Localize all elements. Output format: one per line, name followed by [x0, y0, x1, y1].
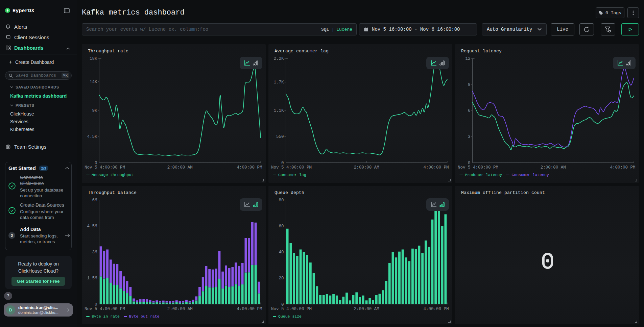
svg-text:Nov 5 4:00:00 PM: Nov 5 4:00:00 PM — [85, 307, 125, 311]
svg-text:3: 3 — [468, 134, 471, 139]
svg-text:0: 0 — [468, 161, 471, 166]
svg-text:1.1K: 1.1K — [273, 108, 284, 113]
svg-text:Nov 5 4:00:00 PM: Nov 5 4:00:00 PM — [271, 307, 312, 311]
svg-text:1.7K: 1.7K — [273, 80, 284, 85]
svg-text:2:00:00 AM: 2:00:00 AM — [354, 165, 379, 170]
svg-text:0: 0 — [95, 302, 97, 307]
svg-text:9K: 9K — [92, 108, 97, 113]
svg-text:9: 9 — [468, 82, 471, 87]
svg-text:6M: 6M — [92, 198, 97, 203]
svg-text:Nov 5 4:00:00 PM: Nov 5 4:00:00 PM — [271, 165, 312, 170]
svg-text:3M: 3M — [92, 250, 97, 255]
svg-text:4:00:00 PM: 4:00:00 PM — [237, 307, 262, 311]
svg-text:14K: 14K — [90, 80, 97, 84]
svg-text:4:00:00 PM: 4:00:00 PM — [237, 165, 262, 170]
svg-text:60: 60 — [279, 224, 284, 229]
svg-text:1.5M: 1.5M — [87, 276, 97, 281]
svg-text:4:00:00 PM: 4:00:00 PM — [610, 165, 635, 170]
svg-text:80: 80 — [279, 198, 284, 203]
svg-text:Nov 5 4:00:00 PM: Nov 5 4:00:00 PM — [458, 165, 498, 170]
svg-text:550: 550 — [276, 134, 284, 139]
svg-text:2:00:00 AM: 2:00:00 AM — [167, 307, 193, 311]
svg-text:18K: 18K — [90, 56, 97, 61]
svg-text:2:00:00 AM: 2:00:00 AM — [354, 307, 379, 311]
svg-text:Nov 5 4:00:00 PM: Nov 5 4:00:00 PM — [85, 165, 125, 170]
svg-text:40: 40 — [279, 250, 284, 255]
svg-text:4.5K: 4.5K — [87, 134, 97, 139]
svg-text:6: 6 — [468, 108, 471, 113]
svg-text:2.2K: 2.2K — [273, 56, 284, 61]
svg-text:4:00:00 PM: 4:00:00 PM — [423, 307, 449, 311]
svg-text:0: 0 — [281, 161, 284, 166]
svg-text:0: 0 — [281, 302, 284, 307]
svg-text:0: 0 — [95, 161, 97, 166]
svg-text:4:00:00 PM: 4:00:00 PM — [423, 165, 449, 170]
svg-text:20: 20 — [279, 276, 284, 281]
svg-text:12: 12 — [465, 56, 470, 61]
svg-text:2:00:00 AM: 2:00:00 AM — [541, 165, 566, 170]
svg-text:4.5M: 4.5M — [87, 224, 97, 229]
svg-text:2:00:00 AM: 2:00:00 AM — [167, 165, 193, 170]
